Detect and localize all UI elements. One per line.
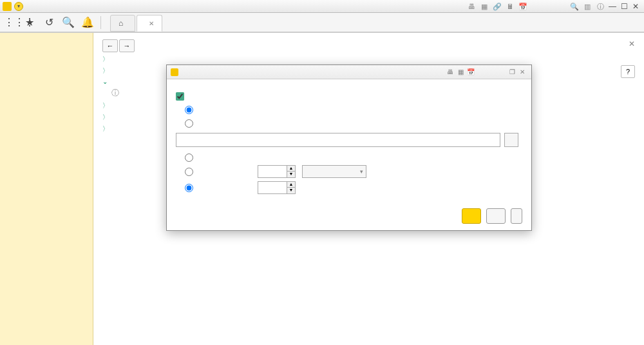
m-icon[interactable] — [531, 1, 541, 12]
calc-icon[interactable]: 🖩 — [505, 1, 515, 12]
sidebar-item-purchases[interactable] — [0, 63, 93, 69]
chevron-right-icon: 〉 — [102, 124, 109, 133]
sidebar-item-manager[interactable] — [0, 43, 93, 50]
section-reports[interactable]: 〉 — [102, 55, 635, 64]
chevron-right-icon: 〉 — [102, 113, 109, 122]
main-toolbar: ⋮⋮⋮ ★ ↺ 🔍 🔔 ⌂ ✕ — [0, 13, 644, 32]
info-icon: ⓘ — [111, 88, 119, 99]
dialog-print-icon[interactable]: 🖶 — [445, 68, 455, 75]
tab-bar: ⌂ ✕ — [110, 13, 164, 32]
sidebar-item-warehouse[interactable] — [0, 69, 93, 75]
search-icon[interactable]: 🔍 — [62, 16, 75, 28]
sidebar-item-admin[interactable] — [0, 114, 93, 121]
lastn-input[interactable] — [258, 182, 287, 193]
info-icon[interactable]: ⓘ — [595, 1, 605, 12]
sidebar-item-reports[interactable] — [0, 101, 93, 108]
close-button[interactable]: ✕ — [630, 2, 641, 11]
tab-close-icon[interactable]: ✕ — [149, 20, 154, 27]
auto-backup-checkbox[interactable] — [176, 92, 184, 101]
link-icon[interactable]: 🔗 — [492, 1, 502, 12]
sidebar-item-directories[interactable] — [0, 108, 93, 114]
dialog-close-icon[interactable]: ✕ — [517, 68, 527, 75]
apps-icon[interactable]: ⋮⋮⋮ — [4, 16, 17, 28]
backup-settings-dialog: 🖶 ▦ 📅 ❐ ✕ — [166, 64, 532, 231]
page-help-button[interactable]: ? — [621, 65, 635, 78]
period-spinner[interactable]: ▲▼ — [258, 165, 296, 178]
page-close-icon[interactable]: ✕ — [629, 39, 635, 48]
sidebar-item-production[interactable] — [0, 75, 93, 82]
history-icon[interactable]: ↺ — [43, 16, 55, 28]
tab-home[interactable]: ⌂ — [110, 15, 135, 32]
schedule-radio[interactable] — [185, 106, 193, 114]
scan-icon[interactable]: ▦ — [479, 1, 489, 12]
onexit-radio[interactable] — [185, 119, 193, 128]
dropdown-icon[interactable]: ▾ — [14, 2, 23, 11]
app-titlebar: ▾ 🖶 ▦ 🔗 🖩 📅 🔍 ▥ ⓘ — ☐ ✕ — [0, 0, 644, 13]
sidebar-item-main[interactable] — [0, 37, 93, 43]
m-minus-icon[interactable] — [556, 1, 567, 12]
chevron-right-icon: 〉 — [102, 66, 109, 75]
done-button[interactable] — [462, 208, 481, 224]
dialog-logo-icon — [171, 68, 178, 76]
sidebar-item-assets[interactable] — [0, 82, 93, 88]
dialog-calendar-icon[interactable]: 📅 — [466, 68, 476, 75]
search-global-icon[interactable]: 🔍 — [569, 1, 580, 12]
dialog-restore-icon[interactable]: ❐ — [507, 68, 517, 75]
tab-service[interactable]: ✕ — [137, 15, 162, 32]
m-plus-icon[interactable] — [544, 1, 554, 12]
dialog-titlebar[interactable]: 🖶 ▦ 📅 ❐ ✕ — [167, 65, 531, 79]
panel-icon[interactable]: ▥ — [582, 1, 592, 12]
sidebar-item-payroll[interactable] — [0, 88, 93, 95]
separator — [100, 16, 101, 29]
sidebar-item-sales[interactable] — [0, 56, 93, 63]
print-icon[interactable]: 🖶 — [466, 1, 477, 12]
period-unit-select[interactable] — [302, 165, 366, 178]
sidebar — [0, 33, 93, 345]
nav-back-button[interactable]: ← — [102, 39, 118, 52]
spin-down-icon[interactable]: ▼ — [287, 188, 295, 193]
spin-down-icon[interactable]: ▼ — [287, 172, 295, 177]
lastn-spinner[interactable]: ▲▼ — [258, 181, 296, 194]
dialog-grid-icon[interactable]: ▦ — [455, 68, 466, 75]
browse-button[interactable] — [504, 133, 518, 147]
sidebar-item-operations[interactable] — [0, 95, 93, 101]
maximize-button[interactable]: ☐ — [618, 2, 630, 11]
app-logo-icon — [3, 2, 12, 11]
nav-forward-button[interactable]: → — [119, 39, 135, 52]
star-icon[interactable]: ★ — [23, 16, 36, 28]
chevron-right-icon: 〉 — [102, 55, 109, 64]
keep-period-radio[interactable] — [185, 168, 193, 176]
cancel-button[interactable] — [486, 208, 506, 224]
minimize-button[interactable]: — — [607, 2, 618, 11]
spin-up-icon[interactable]: ▲ — [287, 182, 295, 188]
dialog-help-button[interactable] — [511, 208, 522, 224]
bell-icon[interactable]: 🔔 — [81, 16, 94, 28]
calendar-icon[interactable]: 📅 — [518, 1, 528, 12]
chevron-down-icon: ⌄ — [102, 78, 108, 85]
chevron-right-icon: 〉 — [102, 101, 109, 110]
keep-lastn-radio[interactable] — [185, 184, 193, 192]
catalog-input[interactable] — [176, 133, 500, 147]
spin-up-icon[interactable]: ▲ — [287, 166, 295, 172]
home-icon: ⌂ — [118, 19, 123, 28]
sidebar-item-bank[interactable] — [0, 50, 93, 56]
keep-all-radio[interactable] — [185, 153, 193, 162]
period-input[interactable] — [258, 166, 287, 177]
